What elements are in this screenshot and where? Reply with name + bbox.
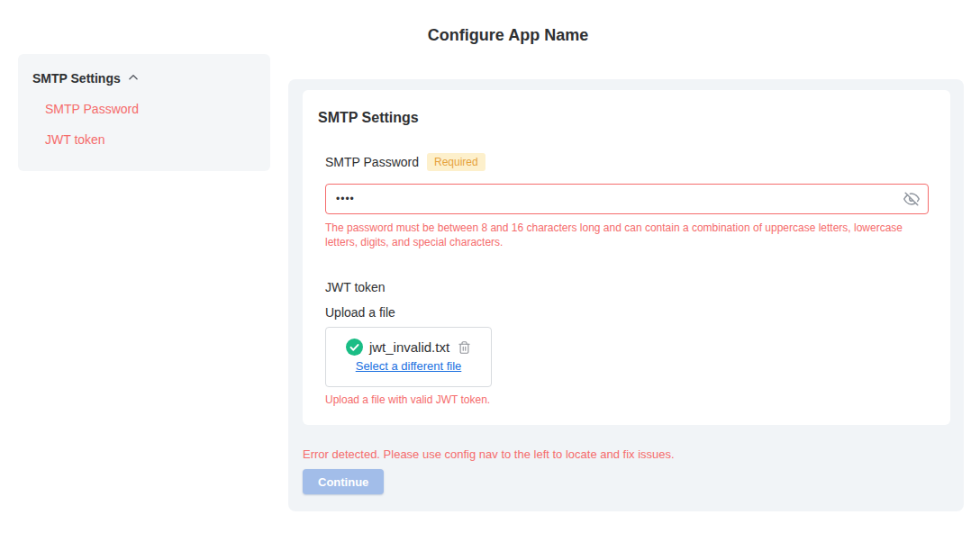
card-heading: SMTP Settings	[318, 110, 419, 126]
uploaded-file-row: jwt_invalid.txt	[346, 339, 471, 356]
upload-file-label: Upload a file	[325, 305, 395, 320]
smtp-password-label-row: SMTP Password Required	[325, 153, 485, 171]
smtp-password-input[interactable]	[325, 184, 929, 214]
check-circle-icon	[346, 339, 363, 356]
smtp-settings-card: SMTP Settings SMTP Password Required The…	[303, 90, 950, 425]
file-upload-box: jwt_invalid.txt Select a different file	[325, 327, 492, 387]
smtp-password-error: The password must be between 8 and 16 ch…	[325, 221, 912, 249]
eye-off-icon[interactable]	[903, 191, 920, 207]
chevron-up-icon[interactable]	[127, 70, 140, 86]
sidebar-item-smtp-password[interactable]: SMTP Password	[45, 102, 270, 117]
required-badge: Required	[427, 153, 485, 171]
continue-button[interactable]: Continue	[303, 469, 384, 494]
smtp-password-label: SMTP Password	[325, 155, 419, 169]
panel-error-message: Error detected. Please use config nav to…	[303, 447, 675, 461]
config-panel: SMTP Settings SMTP Password Required The…	[288, 79, 964, 511]
sidebar-section-smtp-settings[interactable]: SMTP Settings	[18, 54, 270, 86]
jwt-upload-error: Upload a file with valid JWT token.	[325, 393, 490, 407]
jwt-token-label: JWT token	[325, 280, 386, 294]
smtp-password-field-wrap	[325, 184, 929, 214]
page-title: Configure App Name	[36, 26, 980, 45]
sidebar-section-label: SMTP Settings	[32, 71, 121, 86]
trash-icon[interactable]	[458, 340, 471, 355]
sidebar-item-jwt-token[interactable]: JWT token	[45, 132, 270, 148]
uploaded-file-name: jwt_invalid.txt	[369, 339, 449, 355]
select-different-file-link[interactable]: Select a different file	[356, 359, 462, 373]
config-nav-sidebar: SMTP Settings SMTP Password JWT token	[18, 54, 270, 171]
